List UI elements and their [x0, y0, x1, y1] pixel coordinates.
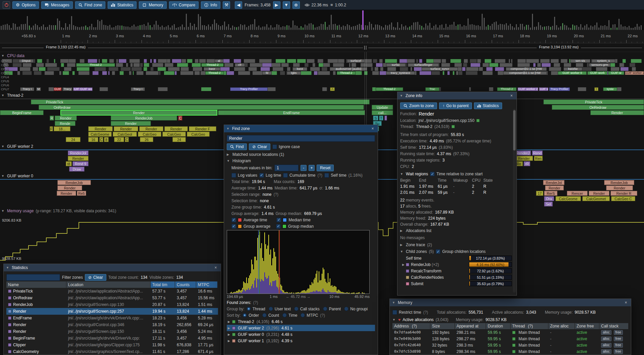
frame-bar[interactable]	[455, 26, 457, 30]
thread-header-guif-worker-2[interactable]: ▼GUIF worker 2	[1, 144, 33, 149]
frame-bar[interactable]	[57, 18, 58, 30]
frame-bar[interactable]	[550, 27, 551, 30]
cpu-activity-bar[interactable]	[470, 59, 477, 63]
cpu-activity-bar[interactable]	[234, 67, 245, 71]
cpu-activity-bar[interactable]	[224, 63, 233, 67]
cpu-activity-bar[interactable]	[102, 59, 107, 63]
timeline-zone[interactable]: Render	[545, 185, 564, 190]
memory-col-header[interactable]: Zone free	[575, 323, 599, 329]
frame-bar[interactable]	[284, 27, 285, 30]
cpu-zone[interactable]: fd	[262, 71, 272, 75]
frame-bar[interactable]	[598, 28, 599, 30]
timeline-zone[interactable]: Render	[590, 110, 644, 115]
frame-bar[interactable]	[156, 21, 157, 30]
clear-button[interactable]: ⊘Clear	[249, 143, 270, 150]
radio-thread[interactable]: Thread	[247, 307, 265, 311]
frame-bar[interactable]	[399, 28, 400, 30]
cpu-zone[interactable]: A	[330, 87, 335, 91]
info-button[interactable]: Info	[201, 1, 220, 9]
frame-bar[interactable]	[176, 28, 177, 30]
frame-bar[interactable]	[282, 26, 283, 30]
frame-bar[interactable]	[421, 26, 422, 30]
frame-bar[interactable]	[158, 25, 159, 30]
cpu-activity-bar[interactable]	[77, 67, 90, 71]
frame-bar[interactable]	[423, 28, 424, 30]
statistics-row[interactable]: EndFramejni/../jni/src/claw/gfx/drv/vk/D…	[6, 315, 218, 321]
log-time-checkbox[interactable]: Log time	[259, 173, 281, 178]
frame-bar[interactable]	[210, 27, 211, 30]
cpu-activity-bar[interactable]	[109, 67, 118, 71]
cpu-activity-bar[interactable]	[261, 67, 270, 71]
frame-bar[interactable]	[95, 27, 96, 30]
memory-col-header[interactable]: Thread (?)	[511, 323, 548, 329]
cpu-activity-bar[interactable]	[443, 71, 444, 75]
frame-bar[interactable]	[1, 26, 2, 30]
stats-col-header[interactable]: MTPC	[196, 281, 217, 288]
cpu-activity-bar[interactable]	[112, 71, 115, 75]
frame-bar[interactable]	[361, 25, 362, 30]
cpu-activity-bar[interactable]	[322, 87, 327, 91]
frame-bar[interactable]	[272, 28, 273, 30]
frame-bar[interactable]	[435, 25, 436, 30]
timeline-zone[interactable]: RerS	[544, 191, 557, 196]
frame-label-left[interactable]: Frame 3,193 (22.45 ms)	[44, 45, 88, 49]
frame-bar[interactable]	[29, 26, 30, 30]
frame-bar[interactable]	[9, 25, 10, 30]
cpu-activity-bar[interactable]	[373, 59, 378, 63]
expand-icon[interactable]: ▶	[228, 326, 231, 330]
frame-bar[interactable]	[136, 27, 137, 30]
cpu-activity-bar[interactable]	[59, 71, 61, 75]
cpu-zone[interactable]: cfr	[235, 63, 245, 67]
cpu-activity-bar[interactable]	[45, 71, 54, 75]
frame-bar[interactable]	[200, 16, 201, 30]
cpu-activity-bar[interactable]	[181, 67, 189, 71]
frame-bar[interactable]	[276, 24, 277, 30]
frame-bar[interactable]	[464, 25, 465, 30]
frame-bar[interactable]	[260, 28, 261, 30]
frame-bar[interactable]	[538, 22, 539, 30]
cpu-activity-bar[interactable]	[159, 71, 161, 75]
frame-bar[interactable]	[93, 27, 94, 30]
thread-value[interactable]: Thread-2	[416, 124, 432, 129]
cpu-activity-bar[interactable]	[259, 59, 272, 63]
frame-bar[interactable]	[594, 25, 595, 30]
frame-bar[interactable]	[192, 26, 193, 30]
cpu-activity-bar[interactable]	[399, 59, 407, 63]
frame-bar[interactable]	[59, 21, 60, 30]
free-callstack-button[interactable]: free	[614, 349, 623, 354]
cpu-zone[interactable]: Tracy Profiler	[230, 87, 268, 91]
frame-bar[interactable]	[317, 27, 318, 30]
frame-bar[interactable]	[37, 25, 38, 30]
frame-bar[interactable]	[526, 25, 527, 30]
cpu-zone[interactable]: kwor	[204, 67, 220, 71]
memory-allocation-row[interactable]: 0x7e049b3d00128 bytes298.27 ms59.95 sMai…	[392, 336, 628, 342]
free-callstack-button[interactable]: free	[614, 337, 623, 341]
cpu-activity-bar[interactable]	[623, 59, 626, 63]
cpu-activity-bar[interactable]	[133, 63, 140, 67]
cpu-zone[interactable]: Trac	[425, 87, 439, 91]
frame-bar[interactable]	[246, 27, 247, 30]
collapse-icon[interactable]: ▼	[1, 94, 5, 97]
frame-bar[interactable]	[190, 23, 191, 30]
cpu-activity-bar[interactable]	[238, 71, 250, 75]
thread-header-thread-2[interactable]: ▼Thread-2	[1, 93, 23, 98]
frame-bar[interactable]	[15, 24, 16, 30]
wait-col-header[interactable]: Time	[438, 177, 453, 183]
timeline-zone[interactable]: t8	[66, 161, 72, 166]
log-values-checkbox[interactable]: Log values	[231, 173, 257, 178]
timeline-zone[interactable]: Render	[164, 126, 188, 131]
frame-bar[interactable]	[582, 28, 583, 30]
frame-bar[interactable]	[71, 16, 72, 30]
clear-filter-button[interactable]: ⊘Clear	[85, 274, 106, 281]
frame-bar[interactable]	[67, 27, 68, 30]
frame-bar[interactable]	[586, 24, 587, 30]
cpu-activity-bar[interactable]	[119, 59, 126, 63]
timeline-zone[interactable]: RenderJob	[604, 180, 634, 185]
cpu-activity-bar[interactable]	[276, 59, 285, 63]
cpu-activity-bar[interactable]	[129, 71, 131, 75]
collapse-icon[interactable]: ▼	[400, 172, 404, 176]
options-button[interactable]: ⚙Options	[12, 1, 39, 9]
radio-no-groupi[interactable]: No groupi	[344, 307, 368, 311]
cpu-activity-bar[interactable]	[479, 67, 483, 71]
close-icon[interactable]: ×	[509, 93, 514, 98]
